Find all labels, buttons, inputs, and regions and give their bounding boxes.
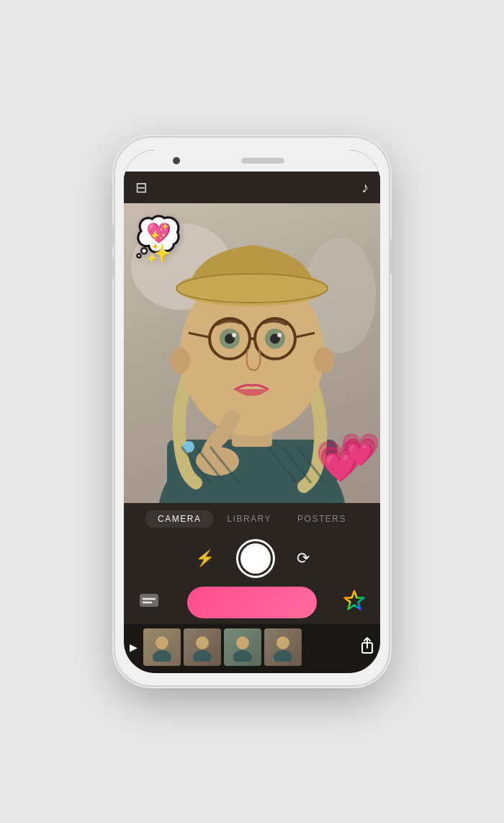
volume-up-button[interactable] bbox=[112, 224, 115, 247]
svg-point-20 bbox=[314, 347, 334, 373]
rainbow-star-icon bbox=[343, 590, 366, 613]
share-icon bbox=[360, 637, 374, 654]
thumb-portrait-icon-3 bbox=[228, 633, 257, 662]
share-button[interactable] bbox=[360, 637, 374, 658]
svg-point-38 bbox=[274, 650, 292, 662]
hearts-sticker[interactable]: 💗 💗 bbox=[315, 441, 366, 481]
thumbnail-4[interactable] bbox=[264, 628, 302, 666]
shutter-inner-circle bbox=[240, 543, 271, 574]
svg-point-34 bbox=[193, 650, 212, 662]
svg-point-33 bbox=[196, 636, 209, 649]
music-icon[interactable]: ♪ bbox=[361, 179, 369, 196]
svg-point-36 bbox=[233, 650, 252, 662]
volume-down-button[interactable] bbox=[112, 257, 115, 280]
tab-library[interactable]: LIBRARY bbox=[214, 510, 284, 528]
play-icon[interactable]: ▶ bbox=[130, 641, 138, 653]
front-camera-sensor bbox=[173, 157, 180, 164]
svg-point-19 bbox=[170, 347, 190, 373]
effects-button[interactable] bbox=[343, 590, 366, 615]
thumb-portrait-icon-2 bbox=[188, 633, 217, 662]
thumbnail-1[interactable] bbox=[143, 628, 181, 666]
svg-point-17 bbox=[277, 333, 282, 337]
thought-bubble-sticker[interactable]: 💭 💖✨ bbox=[135, 218, 181, 255]
thumbnail-3[interactable] bbox=[224, 628, 261, 666]
svg-point-32 bbox=[153, 650, 171, 662]
subtitles-button[interactable] bbox=[138, 592, 160, 613]
camera-controls-row: ⚡ ⟳ bbox=[124, 533, 380, 582]
svg-marker-30 bbox=[345, 591, 364, 610]
svg-point-35 bbox=[236, 636, 249, 649]
thumbnail-strip: ▶ bbox=[124, 624, 380, 673]
thumbnail-2[interactable] bbox=[184, 628, 221, 666]
svg-point-31 bbox=[156, 636, 168, 649]
record-row bbox=[124, 582, 380, 624]
app-screen: ⊟ ♪ bbox=[124, 172, 380, 673]
chat-icon bbox=[138, 592, 160, 610]
app-topbar: ⊟ ♪ bbox=[124, 172, 380, 203]
shutter-button[interactable] bbox=[236, 539, 275, 578]
thumb-portrait-icon-4 bbox=[269, 633, 297, 662]
tab-camera[interactable]: CAMERA bbox=[145, 510, 214, 528]
phone-status-bar bbox=[124, 150, 380, 172]
thumb-portrait-icon bbox=[148, 633, 176, 662]
tab-posters[interactable]: POSTERS bbox=[284, 510, 359, 528]
tab-bar: CAMERA LIBRARY POSTERS bbox=[124, 503, 380, 533]
svg-point-16 bbox=[232, 333, 236, 337]
phone-screen: ⊟ ♪ bbox=[124, 150, 380, 673]
flip-camera-icon[interactable]: ⟳ bbox=[297, 549, 310, 568]
photo-canvas: 💭 💖✨ 💗 💗 bbox=[124, 203, 380, 503]
power-button[interactable] bbox=[389, 239, 392, 275]
flash-icon[interactable]: ⚡ bbox=[195, 549, 215, 568]
portrait-background: 💭 💖✨ 💗 💗 bbox=[124, 203, 380, 503]
stack-layers-icon[interactable]: ⊟ bbox=[135, 179, 148, 196]
phone-frame: ⊟ ♪ bbox=[115, 138, 389, 685]
bottom-controls: CAMERA LIBRARY POSTERS ⚡ ⟳ bbox=[124, 503, 380, 673]
record-button[interactable] bbox=[187, 587, 317, 618]
speaker-grille bbox=[241, 158, 284, 164]
svg-point-37 bbox=[276, 636, 289, 649]
svg-rect-27 bbox=[140, 594, 158, 607]
